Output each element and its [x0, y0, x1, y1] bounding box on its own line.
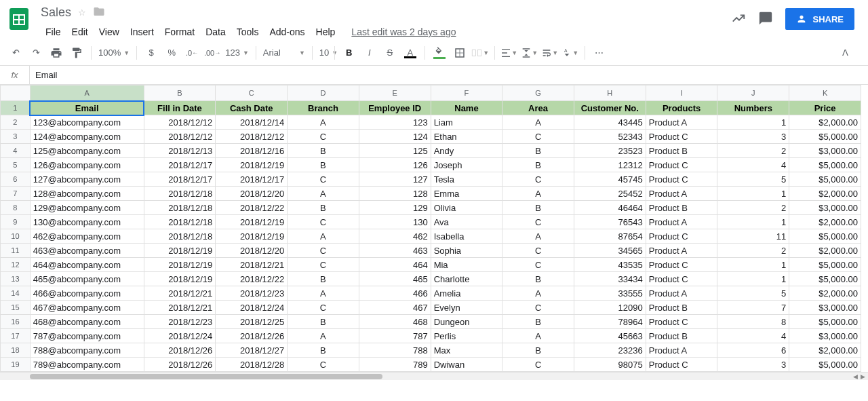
- col-header[interactable]: F: [431, 85, 502, 101]
- cell[interactable]: 467@abcompany.com: [30, 301, 144, 315]
- cell[interactable]: 2018/12/14: [216, 115, 288, 130]
- bold-icon[interactable]: B: [340, 43, 359, 62]
- cell[interactable]: 463: [359, 244, 431, 258]
- cell[interactable]: A: [502, 187, 574, 201]
- col-header[interactable]: E: [359, 85, 431, 101]
- valign-icon[interactable]: ▼: [520, 43, 539, 62]
- cell[interactable]: Andy: [431, 144, 502, 158]
- cell[interactable]: 2018/12/17: [216, 172, 288, 187]
- row-header[interactable]: 3: [1, 130, 31, 144]
- cell[interactable]: 23523: [574, 144, 646, 158]
- cell[interactable]: 787: [359, 329, 431, 343]
- cell[interactable]: C: [288, 172, 359, 187]
- row-header[interactable]: 13: [1, 272, 31, 286]
- cell[interactable]: 130@abcompany.com: [30, 215, 144, 229]
- cell[interactable]: 2018/12/19: [216, 229, 288, 244]
- undo-icon[interactable]: ↶: [6, 43, 25, 62]
- menu-tools[interactable]: Tools: [232, 24, 264, 40]
- cell[interactable]: 2018/12/24: [144, 329, 216, 343]
- cell[interactable]: 123@abcompany.com: [30, 115, 144, 130]
- row-header[interactable]: 5: [1, 158, 31, 172]
- cell[interactable]: Product A: [646, 244, 717, 258]
- italic-icon[interactable]: I: [360, 43, 379, 62]
- cell[interactable]: 1: [717, 258, 789, 272]
- cell[interactable]: B: [502, 272, 574, 286]
- cell[interactable]: 2018/12/19: [144, 258, 216, 272]
- cell[interactable]: 2: [717, 201, 789, 215]
- cell[interactable]: 464@abcompany.com: [30, 258, 144, 272]
- sheet-prev-icon[interactable]: ◀: [853, 373, 858, 380]
- cell[interactable]: 2018/12/18: [144, 229, 216, 244]
- collapse-toolbar-icon[interactable]: ᐱ: [835, 43, 854, 62]
- cell[interactable]: B: [502, 144, 574, 158]
- cell[interactable]: $5,000.00: [789, 172, 861, 187]
- cell[interactable]: 789: [359, 358, 431, 372]
- cell[interactable]: 129@abcompany.com: [30, 201, 144, 215]
- print-icon[interactable]: [47, 43, 66, 62]
- cell[interactable]: B: [288, 144, 359, 158]
- cell[interactable]: Product B: [646, 201, 717, 215]
- cell[interactable]: C: [502, 258, 574, 272]
- cell[interactable]: 127@abcompany.com: [30, 172, 144, 187]
- cell[interactable]: 33434: [574, 272, 646, 286]
- cell[interactable]: Product C: [646, 158, 717, 172]
- cell[interactable]: 468: [359, 315, 431, 329]
- cell[interactable]: 12090: [574, 301, 646, 315]
- cell[interactable]: A: [502, 115, 574, 130]
- row-header[interactable]: 2: [1, 115, 31, 130]
- cell[interactable]: 5: [717, 286, 789, 301]
- data-header-cell[interactable]: Email: [30, 101, 144, 115]
- menu-help[interactable]: Help: [311, 24, 340, 40]
- cell[interactable]: 464: [359, 258, 431, 272]
- row-header[interactable]: 14: [1, 286, 31, 301]
- cell[interactable]: Dungeon: [431, 315, 502, 329]
- menu-data[interactable]: Data: [201, 24, 231, 40]
- cell[interactable]: A: [502, 329, 574, 343]
- cell[interactable]: 33555: [574, 286, 646, 301]
- cell[interactable]: 45663: [574, 329, 646, 343]
- col-header[interactable]: G: [502, 85, 574, 101]
- cell[interactable]: Product B: [646, 329, 717, 343]
- cell[interactable]: $3,000.00: [789, 301, 861, 315]
- cell[interactable]: $5,000.00: [789, 258, 861, 272]
- cell[interactable]: 2018/12/25: [216, 315, 288, 329]
- cell[interactable]: 2018/12/12: [144, 115, 216, 130]
- cell[interactable]: B: [502, 315, 574, 329]
- cell[interactable]: 52343: [574, 130, 646, 144]
- cell[interactable]: $5,000.00: [789, 158, 861, 172]
- cell[interactable]: 1: [717, 115, 789, 130]
- cell[interactable]: $3,000.00: [789, 144, 861, 158]
- cell[interactable]: 127: [359, 172, 431, 187]
- zoom-dropdown[interactable]: 100%▼: [96, 47, 132, 58]
- cell[interactable]: $2,000.00: [789, 215, 861, 229]
- cell[interactable]: Isabella: [431, 229, 502, 244]
- cell[interactable]: 12312: [574, 158, 646, 172]
- menu-format[interactable]: Format: [160, 24, 199, 40]
- col-header[interactable]: D: [288, 85, 359, 101]
- cell[interactable]: 128: [359, 187, 431, 201]
- cell[interactable]: Ethan: [431, 130, 502, 144]
- cell[interactable]: C: [502, 172, 574, 187]
- star-icon[interactable]: ☆: [78, 7, 86, 18]
- cell[interactable]: B: [288, 272, 359, 286]
- comment-icon[interactable]: [758, 11, 773, 28]
- cell[interactable]: 34565: [574, 244, 646, 258]
- cell[interactable]: 2018/12/20: [216, 187, 288, 201]
- cell[interactable]: Product C: [646, 130, 717, 144]
- cell[interactable]: B: [288, 201, 359, 215]
- cell[interactable]: 1: [717, 215, 789, 229]
- cell[interactable]: 4: [717, 329, 789, 343]
- rotate-icon[interactable]: A▼: [561, 43, 580, 62]
- data-header-cell[interactable]: Products: [646, 101, 717, 115]
- cell[interactable]: 126@abcompany.com: [30, 158, 144, 172]
- cell[interactable]: Evelyn: [431, 301, 502, 315]
- cell[interactable]: 2018/12/18: [144, 187, 216, 201]
- cell[interactable]: 2018/12/19: [144, 244, 216, 258]
- row-header[interactable]: 9: [1, 215, 31, 229]
- last-edit-link[interactable]: Last edit was 2 days ago: [347, 24, 460, 40]
- sheet-next-icon[interactable]: ▶: [861, 373, 865, 380]
- cell[interactable]: Perlis: [431, 329, 502, 343]
- cell[interactable]: Product C: [646, 358, 717, 372]
- row-header[interactable]: 11: [1, 244, 31, 258]
- cell[interactable]: Product C: [646, 258, 717, 272]
